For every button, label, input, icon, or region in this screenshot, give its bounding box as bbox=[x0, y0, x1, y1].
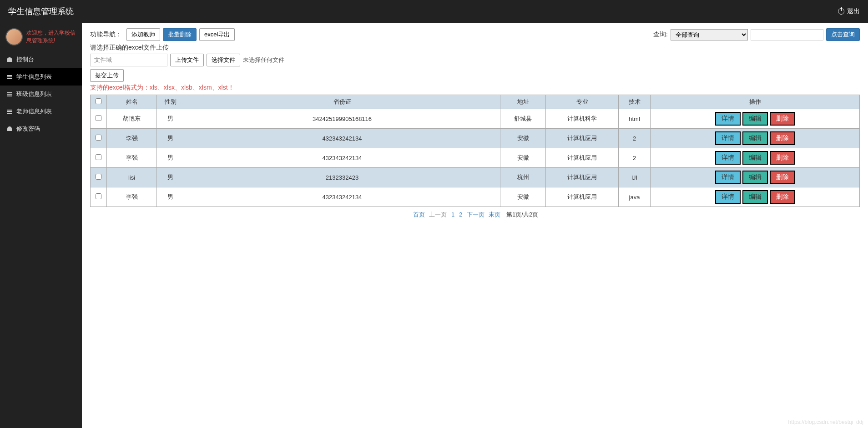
cell-name: 李强 bbox=[107, 129, 157, 148]
nav-label: 修改密码 bbox=[16, 125, 40, 133]
cell-tech: html bbox=[619, 109, 651, 129]
detail-button[interactable]: 详情 bbox=[715, 151, 741, 165]
nav-label: 学生信息列表 bbox=[16, 73, 52, 81]
cell-gender: 男 bbox=[157, 187, 184, 207]
cell-major: 计算机应用 bbox=[546, 129, 619, 148]
page-1[interactable]: 1 bbox=[451, 211, 454, 218]
detail-button[interactable]: 详情 bbox=[715, 131, 741, 145]
list-icon bbox=[6, 91, 13, 97]
cell-actions: 详情编辑删除 bbox=[651, 168, 860, 187]
cell-actions: 详情编辑删除 bbox=[651, 148, 860, 168]
cell-major: 计算机科学 bbox=[546, 109, 619, 129]
edit-button[interactable]: 编辑 bbox=[742, 151, 768, 165]
th-address: 地址 bbox=[500, 95, 546, 109]
detail-button[interactable]: 详情 bbox=[715, 171, 741, 184]
dashboard-icon bbox=[6, 57, 13, 62]
nav-item-dashboard[interactable]: 控制台 bbox=[0, 51, 82, 68]
cell-address: 安徽 bbox=[500, 129, 546, 148]
delete-button[interactable]: 删除 bbox=[770, 171, 795, 184]
list-icon bbox=[6, 109, 13, 114]
nav-item-classes[interactable]: 班级信息列表 bbox=[0, 86, 82, 103]
table-row: 李强男432343242134安徽计算机应用2详情编辑删除 bbox=[91, 148, 860, 168]
page-2[interactable]: 2 bbox=[459, 211, 462, 218]
nav-label: 老师信息列表 bbox=[16, 107, 52, 116]
th-actions: 操作 bbox=[651, 95, 860, 109]
edit-button[interactable]: 编辑 bbox=[742, 171, 768, 184]
row-checkbox[interactable] bbox=[96, 135, 101, 141]
cell-tech: 2 bbox=[619, 148, 651, 168]
cell-address: 舒城县 bbox=[500, 109, 546, 129]
cell-name: lisi bbox=[107, 168, 157, 187]
cell-actions: 详情编辑删除 bbox=[651, 109, 860, 129]
cell-tech: UI bbox=[619, 168, 651, 187]
edit-button[interactable]: 编辑 bbox=[742, 131, 768, 145]
upload-file-button[interactable]: 上传文件 bbox=[170, 54, 204, 66]
page-first[interactable]: 首页 bbox=[413, 211, 425, 218]
edit-button[interactable]: 编辑 bbox=[742, 112, 768, 126]
logout-label: 退出 bbox=[847, 7, 860, 15]
cell-name: 李强 bbox=[107, 187, 157, 207]
sidebar: 欢迎您，进入学校信息管理系统! 控制台 学生信息列表 班级信息列表 老师信息列表… bbox=[0, 23, 82, 224]
cell-major: 计算机应用 bbox=[546, 168, 619, 187]
query-select[interactable]: 全部查询 bbox=[671, 29, 748, 40]
query-button[interactable]: 点击查询 bbox=[826, 28, 860, 41]
nav-item-password[interactable]: 修改密码 bbox=[0, 120, 82, 137]
format-hint: 支持的excel格式为：xls、xlsx、xlsb、xlsm、xlst！ bbox=[90, 84, 860, 92]
page-last[interactable]: 末页 bbox=[489, 211, 500, 218]
file-domain-input[interactable]: 文件域 bbox=[90, 54, 167, 66]
th-id: 省份证 bbox=[184, 95, 500, 109]
logout-button[interactable]: 退出 bbox=[838, 7, 860, 15]
add-teacher-button[interactable]: 添加教师 bbox=[126, 28, 160, 41]
detail-button[interactable]: 详情 bbox=[715, 190, 741, 204]
submit-upload-button[interactable]: 提交上传 bbox=[90, 69, 124, 82]
upload-row: 文件域 上传文件 选择文件 未选择任何文件 bbox=[90, 54, 860, 66]
main-content: 功能导航： 添加教师 批量删除 excel导出 查询: 全部查询 点击查询 请选… bbox=[82, 23, 868, 224]
excel-export-button[interactable]: excel导出 bbox=[199, 28, 235, 41]
cell-address: 安徽 bbox=[500, 187, 546, 207]
delete-button[interactable]: 删除 bbox=[770, 112, 795, 126]
nav-label: 功能导航： bbox=[90, 30, 122, 39]
table-row: 李强男432343242134安徽计算机应用java详情编辑删除 bbox=[91, 187, 860, 207]
nav-label: 班级信息列表 bbox=[16, 90, 52, 98]
row-checkbox[interactable] bbox=[96, 154, 101, 160]
nav-label: 控制台 bbox=[16, 55, 34, 64]
cell-name: 李强 bbox=[107, 148, 157, 168]
delete-button[interactable]: 删除 bbox=[770, 190, 795, 204]
cell-id: 2132332423 bbox=[184, 168, 500, 187]
row-checkbox[interactable] bbox=[96, 193, 101, 199]
welcome-text: 欢迎您，进入学校信息管理系统! bbox=[26, 29, 76, 45]
edit-button[interactable]: 编辑 bbox=[742, 190, 768, 204]
welcome-box: 欢迎您，进入学校信息管理系统! bbox=[0, 23, 82, 51]
cell-gender: 男 bbox=[157, 168, 184, 187]
cell-id: 432343242134 bbox=[184, 129, 500, 148]
select-all-checkbox[interactable] bbox=[96, 98, 101, 104]
search-input[interactable] bbox=[751, 29, 823, 40]
cell-gender: 男 bbox=[157, 109, 184, 129]
th-name: 姓名 bbox=[107, 95, 157, 109]
table-row: 胡艳东男342425199905168116舒城县计算机科学html详情编辑删除 bbox=[91, 109, 860, 129]
upload-hint: 请选择正确的excel文件上传 bbox=[90, 44, 860, 52]
user-icon bbox=[6, 126, 13, 131]
toolbar: 功能导航： 添加教师 批量删除 excel导出 查询: 全部查询 点击查询 bbox=[90, 28, 860, 41]
cell-tech: java bbox=[619, 187, 651, 207]
cell-gender: 男 bbox=[157, 148, 184, 168]
nav-list: 控制台 学生信息列表 班级信息列表 老师信息列表 修改密码 bbox=[0, 51, 82, 137]
page-prev: 上一页 bbox=[429, 211, 447, 218]
row-checkbox[interactable] bbox=[96, 174, 101, 180]
choose-file-button[interactable]: 选择文件 bbox=[207, 54, 240, 66]
delete-button[interactable]: 删除 bbox=[770, 151, 795, 165]
th-major: 专业 bbox=[546, 95, 619, 109]
delete-button[interactable]: 删除 bbox=[770, 131, 795, 145]
cell-actions: 详情编辑删除 bbox=[651, 129, 860, 148]
detail-button[interactable]: 详情 bbox=[715, 112, 741, 126]
table-header-row: 姓名 性别 省份证 地址 专业 技术 操作 bbox=[91, 95, 860, 109]
cell-id: 432343242134 bbox=[184, 187, 500, 207]
row-checkbox[interactable] bbox=[96, 115, 101, 121]
nav-item-students[interactable]: 学生信息列表 bbox=[0, 68, 82, 86]
nav-item-teachers[interactable]: 老师信息列表 bbox=[0, 103, 82, 120]
batch-delete-button[interactable]: 批量删除 bbox=[163, 28, 197, 41]
page-next[interactable]: 下一页 bbox=[467, 211, 484, 218]
table-row: lisi男2132332423杭州计算机应用UI详情编辑删除 bbox=[91, 168, 860, 187]
toolbar-right: 查询: 全部查询 点击查询 bbox=[653, 28, 860, 41]
page-info: 第1页/共2页 bbox=[506, 211, 538, 218]
